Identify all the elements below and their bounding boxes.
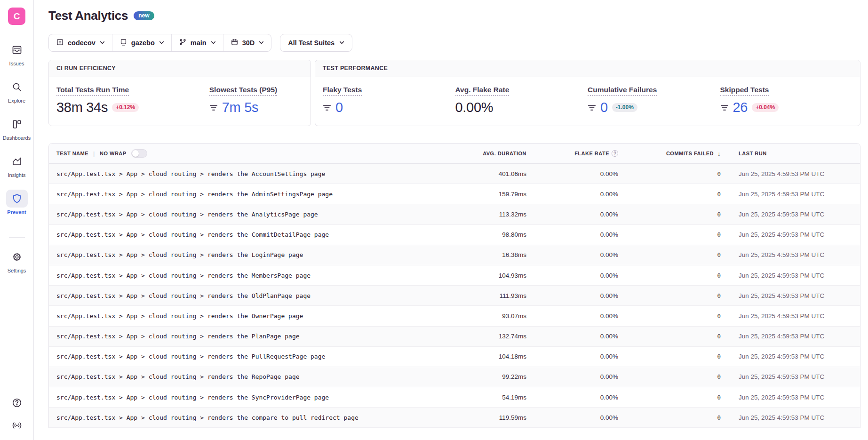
avg-duration-cell: 98.80ms xyxy=(432,231,526,238)
tests-table: TEST NAME | NO WRAP AVG. DURATION FLAKE … xyxy=(48,143,860,428)
issues-icon xyxy=(6,41,28,59)
org-logo-letter: C xyxy=(14,11,20,22)
metric-label[interactable]: Slowest Tests (P95) xyxy=(209,86,277,96)
table-row[interactable]: src/App.test.tsx > App > cloud routing >… xyxy=(49,408,860,428)
avg-duration-cell: 132.74ms xyxy=(432,333,526,340)
flake-rate-cell: 0.00% xyxy=(526,312,618,320)
flake-rate-cell: 0.00% xyxy=(526,353,618,360)
flake-rate-cell: 0.00% xyxy=(526,170,618,177)
metric-value-row: 0.00% xyxy=(455,100,588,115)
main-content: Test Analytics new codecov xyxy=(34,0,868,440)
metric-label[interactable]: Total Tests Run Time xyxy=(56,86,129,96)
flake-rate-cell: 0.00% xyxy=(526,414,618,421)
sidebar-item-settings[interactable]: Settings xyxy=(0,248,33,273)
sidebar-item-explore[interactable]: Explore xyxy=(0,78,33,104)
avg-duration-header[interactable]: AVG. DURATION xyxy=(483,151,526,156)
summary-cards: CI RUN EFFICIENCYTotal Tests Run Time38m… xyxy=(48,60,860,126)
page-header: Test Analytics new xyxy=(48,8,860,23)
table-row[interactable]: src/App.test.tsx > App > cloud routing >… xyxy=(49,367,860,387)
metric-value[interactable]: 7m 5s xyxy=(222,100,258,115)
table-row[interactable]: src/App.test.tsx > App > cloud routing >… xyxy=(49,265,860,286)
table-row[interactable]: src/App.test.tsx > App > cloud routing >… xyxy=(49,184,860,204)
metric: Slowest Tests (P95)7m 5s xyxy=(209,86,303,115)
chevron-down-icon xyxy=(259,39,264,47)
metric-value[interactable]: 26 xyxy=(733,100,748,115)
flake-rate-cell: 0.00% xyxy=(526,272,618,279)
table-row[interactable]: src/App.test.tsx > App > cloud routing >… xyxy=(49,286,860,306)
commits-failed-cell: 0 xyxy=(618,414,721,421)
last-run-cell: Jun 25, 2025 4:59:53 PM UTC xyxy=(721,211,860,218)
test-name-cell: src/App.test.tsx > App > cloud routing >… xyxy=(49,292,432,299)
no-wrap-toggle[interactable] xyxy=(131,149,147,158)
metric-label[interactable]: Cumulative Failures xyxy=(588,86,657,96)
flake-rate-header[interactable]: FLAKE RATE xyxy=(574,151,609,156)
broadcast-icon[interactable] xyxy=(11,419,23,432)
gear-icon xyxy=(6,248,28,266)
test-suites-filter[interactable]: All Test Suites xyxy=(280,34,352,52)
flake-rate-help-icon[interactable]: ? xyxy=(612,150,618,157)
table-row[interactable]: src/App.test.tsx > App > cloud routing >… xyxy=(49,387,860,408)
filter-funnel-icon xyxy=(323,104,331,111)
metric: Cumulative Failures0-1.00% xyxy=(588,86,720,115)
sidebar-item-label: Settings xyxy=(8,268,26,273)
sidebar-item-issues[interactable]: Issues xyxy=(0,41,33,66)
sidebar-item-label: Explore xyxy=(8,98,25,104)
commits-failed-header[interactable]: COMMITS FAILED↓ xyxy=(666,150,721,157)
metric-value-row: 7m 5s xyxy=(209,100,303,115)
metric: Total Tests Run Time38m 34s+0.12% xyxy=(56,86,209,115)
metric: Avg. Flake Rate0.00% xyxy=(455,86,588,115)
last-run-cell: Jun 25, 2025 4:59:53 PM UTC xyxy=(721,394,860,401)
header-separator: | xyxy=(93,150,95,157)
date-range-value: 30D xyxy=(242,39,255,47)
help-button[interactable] xyxy=(11,397,23,409)
test-name-cell: src/App.test.tsx > App > cloud routing >… xyxy=(49,251,432,258)
repo-filter-value: gazebo xyxy=(131,39,155,47)
table-row[interactable]: src/App.test.tsx > App > cloud routing >… xyxy=(49,204,860,224)
filter-funnel-icon xyxy=(588,104,596,111)
metric-value[interactable]: 0 xyxy=(600,100,608,115)
metric-value-row: 38m 34s+0.12% xyxy=(56,100,209,115)
sidebar-divider xyxy=(9,237,25,238)
metric-label[interactable]: Flaky Tests xyxy=(323,86,362,96)
test-name-cell: src/App.test.tsx > App > cloud routing >… xyxy=(49,170,432,177)
sidebar-item-insights[interactable]: Insights xyxy=(0,152,33,178)
branch-filter[interactable]: main xyxy=(171,34,223,51)
table-row[interactable]: src/App.test.tsx > App > cloud routing >… xyxy=(49,225,860,245)
table-row[interactable]: src/App.test.tsx > App > cloud routing >… xyxy=(49,245,860,265)
repo-icon xyxy=(119,38,127,48)
metric-label[interactable]: Avg. Flake Rate xyxy=(455,86,510,96)
shield-icon xyxy=(6,190,28,208)
column-commits-failed: COMMITS FAILED↓ xyxy=(618,150,721,157)
summary-card: TEST PERFORMANCEFlaky Tests0Avg. Flake R… xyxy=(315,60,860,126)
table-row[interactable]: src/App.test.tsx > App > cloud routing >… xyxy=(49,306,860,326)
branch-filter-value: main xyxy=(191,39,207,47)
card-body: Total Tests Run Time38m 34s+0.12%Slowest… xyxy=(49,77,311,126)
repo-filter[interactable]: gazebo xyxy=(112,34,171,51)
avg-duration-cell: 104.93ms xyxy=(432,272,526,279)
metric-label[interactable]: Skipped Tests xyxy=(720,86,769,96)
table-row[interactable]: src/App.test.tsx > App > cloud routing >… xyxy=(49,327,860,347)
column-flake-rate: FLAKE RATE ? xyxy=(526,150,618,157)
card-body: Flaky Tests0Avg. Flake Rate0.00%Cumulati… xyxy=(315,77,860,126)
trend-badge: -1.00% xyxy=(612,103,637,112)
sidebar-item-prevent[interactable]: Prevent xyxy=(0,190,33,215)
test-name-cell: src/App.test.tsx > App > cloud routing >… xyxy=(49,231,432,238)
flake-rate-cell: 0.00% xyxy=(526,231,618,238)
last-run-header[interactable]: LAST RUN xyxy=(739,151,767,156)
test-name-cell: src/App.test.tsx > App > cloud routing >… xyxy=(49,394,432,401)
table-row[interactable]: src/App.test.tsx > App > cloud routing >… xyxy=(49,164,860,184)
org-filter[interactable]: codecov xyxy=(49,34,112,51)
table-row[interactable]: src/App.test.tsx > App > cloud routing >… xyxy=(49,347,860,367)
date-range-filter[interactable]: 30D xyxy=(223,34,271,51)
test-name-header[interactable]: TEST NAME xyxy=(56,151,88,156)
avg-duration-cell: 54.19ms xyxy=(432,394,526,401)
last-run-cell: Jun 25, 2025 4:59:53 PM UTC xyxy=(721,312,860,320)
chevron-down-icon xyxy=(159,39,164,47)
last-run-cell: Jun 25, 2025 4:59:53 PM UTC xyxy=(721,373,860,380)
sidebar-item-dashboards[interactable]: Dashboards xyxy=(0,115,33,141)
test-name-cell: src/App.test.tsx > App > cloud routing >… xyxy=(49,211,432,218)
org-logo[interactable]: C xyxy=(8,8,25,25)
metric-value[interactable]: 0 xyxy=(335,100,343,115)
last-run-cell: Jun 25, 2025 4:59:53 PM UTC xyxy=(721,353,860,360)
filter-funnel-icon xyxy=(720,104,729,111)
